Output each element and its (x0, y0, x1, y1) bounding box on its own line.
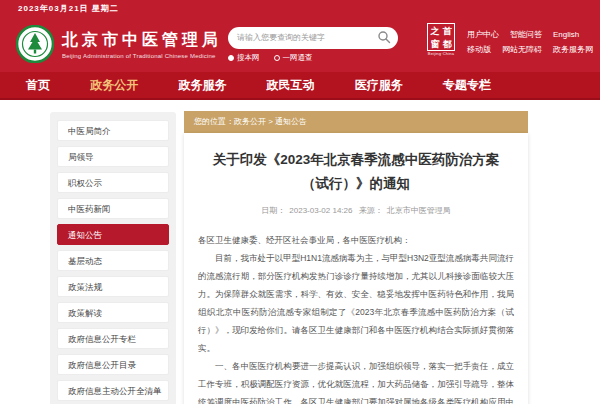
sidebar-item-policies[interactable]: 政策法规 (57, 276, 169, 297)
search-scope-all-label: 一网通查 (283, 53, 313, 63)
search-scope-row: 搜本网 一网通查 (228, 53, 398, 63)
article-meta: 日期：2023-03-02 14:26 来源：北京市中医管理局 (198, 205, 514, 216)
radio-checked-icon (228, 55, 234, 61)
article-paragraph: 目前，我市处于以甲型H1N1流感病毒为主，与甲型H3N2亚型流感病毒共同流行的流… (198, 249, 514, 357)
article-date: 2023-03-02 14:26 (289, 206, 352, 215)
seal-char: 之 (429, 25, 441, 38)
seal-char: 首 (441, 25, 453, 38)
nav-item-medical-services[interactable]: 医疗服务 (341, 72, 417, 100)
search-scope-all[interactable]: 一网通查 (274, 53, 313, 63)
link-gov-service[interactable]: 政务服务网 (553, 44, 593, 55)
sidebar-item-tcm-news[interactable]: 中医药新闻 (57, 198, 169, 219)
link-accessibility[interactable]: 网站无障碍 (502, 44, 542, 55)
seal-char: 窗 (429, 38, 441, 51)
link-mobile-version[interactable]: 移动版 (467, 44, 491, 55)
search-icon[interactable] (377, 30, 391, 44)
sidebar-item-info-disclosure-column[interactable]: 政府信息公开专栏 (57, 328, 169, 349)
sidebar-item-info-disclosure-list[interactable]: 政府信息主动公开全清单 (57, 380, 169, 401)
page: 2023年03月21日 星期二 北京市中医管理局 Beijing Adminis… (0, 0, 600, 404)
link-smart-qa[interactable]: 智能问答 (510, 29, 542, 40)
article-date-label: 日期： (261, 206, 285, 215)
article-salutation: 各区卫生健康委、经开区社会事业局，各中医医疗机构： (198, 231, 514, 249)
capital-window-seal-icon: 之 首 窗 都 (427, 23, 455, 51)
nav-item-gov-services[interactable]: 政务服务 (164, 72, 240, 100)
search-scope-site-label: 搜本网 (237, 53, 260, 63)
sidebar-item-grassroots[interactable]: 基层动态 (57, 250, 169, 271)
site-header: 北京市中医管理局 Beijing Administration of Tradi… (0, 18, 600, 72)
article-source: 北京市中医管理局 (387, 206, 451, 215)
article: 关于印发《2023年北京春季流感中医药防治方案（试行）》的通知 日期：2023-… (184, 133, 528, 404)
seal-char: 都 (441, 38, 453, 51)
site-logo-icon (16, 25, 54, 63)
site-brand[interactable]: 北京市中医管理局 Beijing Administration of Tradi… (16, 25, 222, 63)
main-panel: 您的位置：政务公开 > 通知公告 关于印发《2023年北京春季流感中医药防治方案… (184, 111, 528, 404)
nav-item-public-interaction[interactable]: 政民互动 (253, 72, 329, 100)
site-title-block: 北京市中医管理局 Beijing Administration of Tradi… (62, 30, 222, 59)
breadcrumb[interactable]: 您的位置：政务公开 > 通知公告 (184, 111, 528, 133)
sidebar-item-info-disclosure-catalog[interactable]: 政府信息公开目录 (57, 354, 169, 375)
main-nav-inner: 首页 政务公开 政务服务 政民互动 医疗服务 专题专栏 (6, 72, 511, 100)
search-box (228, 26, 398, 48)
sidebar-item-duties[interactable]: 职权公示 (57, 172, 169, 193)
quick-links-row2: 移动版 网站无障碍 政务服务网 (467, 42, 593, 57)
quick-links-row1: 用户中心 智能问答 English (467, 27, 593, 42)
topbar: 2023年03月21日 星期二 (0, 0, 600, 18)
seal-caption: Beijing·China (427, 51, 455, 56)
link-english[interactable]: English (553, 30, 579, 39)
nav-item-gov-disclosure[interactable]: 政务公开 (76, 72, 152, 102)
current-date: 2023年03月21日 星期二 (18, 4, 119, 13)
capital-window-logo[interactable]: 之 首 窗 都 Beijing·China (427, 23, 455, 57)
article-title: 关于印发《2023年北京春季流感中医药防治方案（试行）》的通知 (204, 148, 508, 195)
search-scope-site[interactable]: 搜本网 (228, 53, 260, 63)
article-paragraph: 一、各中医医疗机构要进一步提高认识，加强组织领导，落实一把手责任，成立工作专班，… (198, 357, 514, 404)
sidebar-item-intro[interactable]: 中医局简介 (57, 120, 169, 141)
content-area: 中医局简介 局领导 职权公示 中医药新闻 通知公告 基层动态 政策法规 政策解读… (0, 100, 600, 404)
search-area: 搜本网 一网通查 (228, 26, 398, 63)
sidebar-item-policy-interpretation[interactable]: 政策解读 (57, 302, 169, 323)
article-source-label: 来源： (359, 206, 383, 215)
header-right: 之 首 窗 都 Beijing·China 用户中心 智能问答 English … (427, 23, 593, 57)
main-nav: 首页 政务公开 政务服务 政民互动 医疗服务 专题专栏 (0, 72, 600, 100)
site-name-english: Beijing Administration of Traditional Ch… (62, 53, 222, 59)
quick-links: 用户中心 智能问答 English 移动版 网站无障碍 政务服务网 (467, 23, 593, 57)
radio-unchecked-icon (274, 55, 280, 61)
sidebar: 中医局简介 局领导 职权公示 中医药新闻 通知公告 基层动态 政策法规 政策解读… (50, 112, 176, 404)
search-input[interactable] (228, 27, 398, 49)
site-name: 北京市中医管理局 (62, 30, 222, 51)
link-user-center[interactable]: 用户中心 (467, 29, 499, 40)
sidebar-item-notices[interactable]: 通知公告 (57, 224, 169, 245)
nav-item-home[interactable]: 首页 (12, 72, 64, 100)
nav-item-special-topics[interactable]: 专题专栏 (429, 72, 505, 100)
sidebar-item-leaders[interactable]: 局领导 (57, 146, 169, 167)
